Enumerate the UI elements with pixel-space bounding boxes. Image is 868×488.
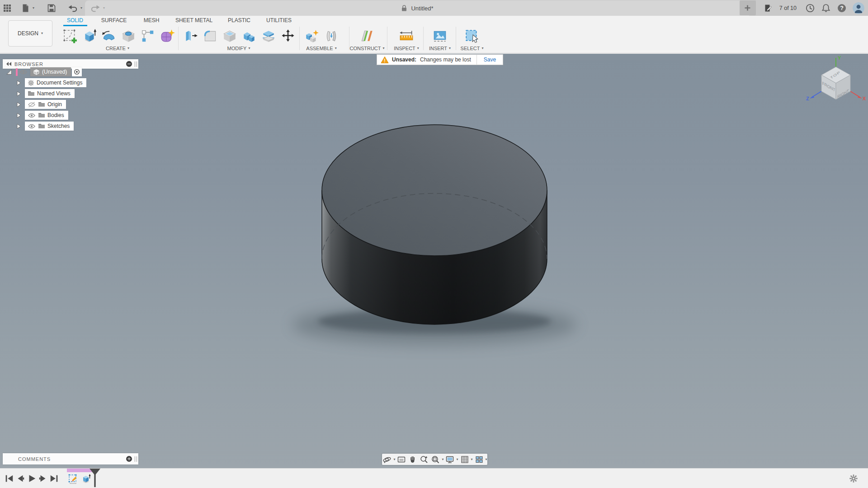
zoom-tool[interactable] <box>419 455 429 464</box>
browser-row-origin[interactable]: Origin <box>16 99 66 109</box>
fillet-tool[interactable] <box>200 27 220 46</box>
orbit-caret-icon[interactable]: ▾ <box>393 458 395 461</box>
bodies-chip[interactable]: Bodies <box>25 111 68 120</box>
viewports-caret-icon[interactable]: ▾ <box>486 458 487 461</box>
app-grid-icon[interactable] <box>3 4 12 13</box>
undo-icon[interactable] <box>68 4 78 12</box>
expander-icon[interactable] <box>16 102 21 108</box>
joint-tool[interactable] <box>321 27 341 46</box>
workspace-selector[interactable]: DESIGN ▾ <box>8 20 52 47</box>
construct-menu[interactable]: CONSTRUCT▾ <box>349 46 384 51</box>
split-body-tool[interactable] <box>259 27 278 46</box>
origin-chip[interactable]: Origin <box>25 100 66 109</box>
document-status-icon[interactable] <box>764 4 773 13</box>
timeline-settings-gear-icon[interactable] <box>849 474 858 483</box>
insert-menu[interactable]: INSERT▾ <box>429 46 451 51</box>
named-views-chip[interactable]: Named Views <box>25 89 75 98</box>
timeline-playhead[interactable] <box>89 469 101 488</box>
select-tool[interactable] <box>462 27 481 46</box>
new-document-tab-button[interactable] <box>740 0 756 15</box>
combine-tool[interactable] <box>239 27 259 46</box>
browser-row-named-views[interactable]: Named Views <box>16 89 75 99</box>
rectangular-pattern-tool[interactable] <box>138 27 157 46</box>
redo-icon[interactable] <box>90 4 100 12</box>
cylinder-top-face[interactable] <box>322 125 547 256</box>
comments-panel-header[interactable]: COMMENTS <box>3 453 138 465</box>
undo-history-caret-icon[interactable]: ▾ <box>80 6 82 10</box>
comments-resize-grip[interactable] <box>135 456 137 462</box>
file-icon[interactable] <box>21 4 30 13</box>
zoom-window-caret-icon[interactable]: ▾ <box>442 458 443 461</box>
tab-utilities[interactable]: UTILITIES <box>266 17 292 23</box>
expander-icon[interactable] <box>16 123 21 129</box>
3d-viewport[interactable]: BROWSER (Unsaved) Document Settings <box>0 54 868 468</box>
collapse-panel-icon[interactable] <box>6 62 11 66</box>
assemble-menu[interactable]: ASSEMBLE▾ <box>306 46 336 51</box>
tab-mesh[interactable]: MESH <box>144 17 160 23</box>
pan-tool[interactable] <box>408 455 418 464</box>
timeline-go-to-end-button[interactable] <box>49 474 59 483</box>
display-settings-tool[interactable] <box>445 455 455 464</box>
browser-resize-grip[interactable] <box>135 61 137 67</box>
select-menu[interactable]: SELECT▾ <box>461 46 484 51</box>
hole-tool[interactable] <box>118 27 138 46</box>
press-pull-tool[interactable] <box>181 27 200 46</box>
visibility-eye-icon[interactable] <box>28 113 36 118</box>
orbit-tool[interactable] <box>382 455 392 464</box>
save-icon[interactable] <box>47 4 56 13</box>
browser-root-row[interactable]: (Unsaved) <box>6 67 82 77</box>
timeline-step-back-button[interactable] <box>15 474 25 483</box>
create-menu[interactable]: CREATE▾ <box>106 46 129 51</box>
document-tab[interactable]: Untitled* <box>85 0 749 16</box>
help-icon[interactable]: ? <box>837 3 847 13</box>
tab-sheet-metal[interactable]: SHEET METAL <box>175 17 212 23</box>
browser-collapse-icon[interactable] <box>126 61 132 67</box>
move-copy-tool[interactable] <box>278 27 297 46</box>
revolve-tool[interactable] <box>99 27 118 46</box>
expander-icon[interactable] <box>16 80 21 86</box>
user-avatar[interactable] <box>853 2 864 14</box>
tab-surface[interactable]: SURFACE <box>101 17 127 23</box>
timeline-feature-sketch[interactable] <box>67 473 79 485</box>
visibility-eye-icon[interactable] <box>19 69 28 75</box>
timeline-go-to-start-button[interactable] <box>4 474 14 483</box>
browser-row-bodies[interactable]: Bodies <box>16 110 68 120</box>
create-form-tool[interactable] <box>157 27 177 46</box>
grid-and-snaps-tool[interactable] <box>460 455 470 464</box>
job-status-clock-icon[interactable] <box>805 3 815 13</box>
file-menu-caret-icon[interactable]: ▾ <box>33 6 34 10</box>
redo-history-caret-icon[interactable]: ▾ <box>103 6 105 10</box>
new-component-tool[interactable] <box>302 27 321 46</box>
activate-component-chip[interactable] <box>72 67 82 76</box>
visibility-eye-icon[interactable] <box>28 123 36 129</box>
extrude-tool[interactable] <box>80 27 99 46</box>
timeline-play-button[interactable] <box>27 474 37 483</box>
expander-icon[interactable] <box>16 113 21 118</box>
look-at-tool[interactable] <box>396 455 406 464</box>
document-settings-chip[interactable]: Document Settings <box>25 78 86 87</box>
notifications-bell-icon[interactable] <box>821 3 831 13</box>
root-expander-icon[interactable] <box>6 69 12 75</box>
save-link[interactable]: Save <box>477 56 503 63</box>
cylinder-model[interactable] <box>0 54 868 468</box>
comments-expand-icon[interactable] <box>126 456 132 462</box>
zoom-window-tool[interactable] <box>430 455 440 464</box>
display-settings-caret-icon[interactable]: ▾ <box>456 458 458 461</box>
create-sketch-tool[interactable] <box>60 27 80 46</box>
tab-solid[interactable]: SOLID <box>67 17 83 23</box>
root-document-chip[interactable]: (Unsaved) <box>30 67 71 76</box>
activate-radio-icon[interactable] <box>74 69 80 75</box>
shell-tool[interactable] <box>220 27 239 46</box>
measure-tool[interactable] <box>396 27 416 46</box>
sketches-chip[interactable]: Sketches <box>25 122 74 131</box>
modify-menu[interactable]: MODIFY▾ <box>227 46 250 51</box>
visibility-off-eye-icon[interactable] <box>28 102 36 108</box>
expander-icon[interactable] <box>16 91 21 97</box>
tab-plastic[interactable]: PLASTIC <box>228 17 250 23</box>
insert-image-tool[interactable] <box>430 27 449 46</box>
browser-row-document-settings[interactable]: Document Settings <box>16 78 86 88</box>
timeline-step-forward-button[interactable] <box>38 474 48 483</box>
grid-caret-icon[interactable]: ▾ <box>471 458 473 461</box>
inspect-menu[interactable]: INSPECT▾ <box>394 46 419 51</box>
viewports-tool[interactable] <box>474 455 484 464</box>
